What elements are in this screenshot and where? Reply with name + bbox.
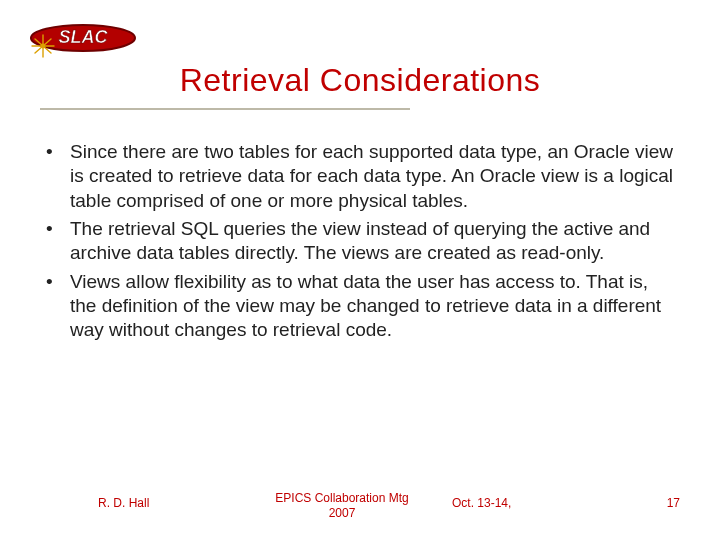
bullet-item: Since there are two tables for each supp…	[46, 140, 674, 213]
svg-point-6	[41, 44, 46, 49]
slide-body: Since there are two tables for each supp…	[46, 140, 674, 347]
footer-page-number: 17	[667, 496, 680, 510]
slide-title: Retrieval Considerations	[180, 62, 541, 99]
bullet-item: Views allow flexibility as to what data …	[46, 270, 674, 343]
footer-event: EPICS Collaboration Mtg 2007	[262, 491, 422, 522]
footer-date: Oct. 13-14,	[452, 496, 511, 510]
title-wrap: Retrieval Considerations	[0, 62, 720, 99]
slide: SLAC Retrieval Considerations Since ther…	[0, 0, 720, 540]
bullet-item: The retrieval SQL queries the view inste…	[46, 217, 674, 266]
slac-logo-icon: SLAC	[28, 10, 138, 58]
slac-logo: SLAC	[28, 10, 138, 62]
bullet-list: Since there are two tables for each supp…	[46, 140, 674, 343]
footer-author: R. D. Hall	[98, 496, 149, 510]
svg-text:SLAC: SLAC	[59, 27, 109, 47]
title-underline	[40, 108, 410, 110]
